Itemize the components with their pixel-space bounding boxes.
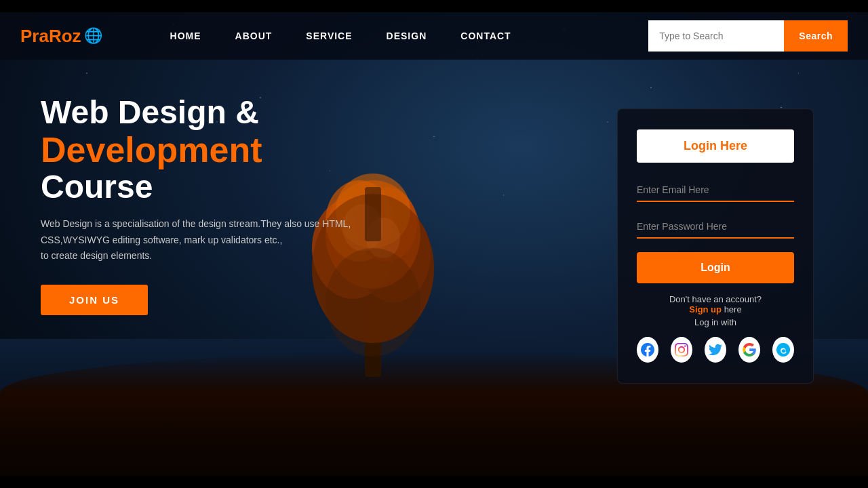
instagram-icon[interactable]	[671, 337, 692, 363]
navbar: PraRoz🌐 HOME ABOUT SERVICE DESIGN CONTAC…	[0, 12, 868, 60]
social-icons-row	[637, 337, 794, 363]
hero-title-line3: Course	[41, 169, 351, 205]
join-us-button[interactable]: JOIN US	[41, 285, 148, 315]
nav-contact[interactable]: CONTACT	[460, 30, 511, 41]
logo[interactable]: PraRoz🌐	[20, 26, 102, 47]
password-input[interactable]	[637, 216, 794, 239]
skype-icon[interactable]	[772, 337, 794, 363]
login-button[interactable]: Login	[637, 252, 794, 283]
nav-links: HOME ABOUT SERVICE DESIGN CONTACT	[170, 30, 649, 41]
no-account-text: Don't have an account? Sign up here	[637, 294, 794, 314]
search-button[interactable]: Search	[784, 20, 848, 52]
nav-about[interactable]: ABOUT	[235, 30, 273, 41]
nav-home[interactable]: HOME	[170, 30, 201, 41]
twitter-icon[interactable]	[705, 337, 726, 363]
google-icon[interactable]	[738, 337, 760, 363]
search-input[interactable]	[648, 20, 784, 52]
facebook-icon[interactable]	[637, 337, 658, 363]
nav-service[interactable]: SERVICE	[306, 30, 352, 41]
signup-link[interactable]: Sign up	[689, 304, 722, 314]
hero-title-line1: Web Design &	[41, 95, 351, 131]
hero-description: Web Design is a specialisation of the de…	[41, 216, 351, 264]
nav-design[interactable]: DESIGN	[387, 30, 427, 41]
login-title-button[interactable]: Login Here	[637, 129, 794, 163]
globe-icon: 🌐	[84, 27, 102, 45]
email-input[interactable]	[637, 179, 794, 202]
black-bar-top	[0, 0, 868, 12]
logo-text: PraRoz	[20, 26, 81, 47]
hero-title-line2: Development	[41, 131, 351, 169]
login-card: Login Here Login Don't have an account? …	[617, 108, 814, 384]
log-in-with-text: Log in with	[637, 317, 794, 327]
hero-content: Web Design & Development Course Web Desi…	[41, 95, 351, 315]
search-area: Search	[648, 20, 848, 52]
black-bar-bottom	[0, 476, 868, 488]
